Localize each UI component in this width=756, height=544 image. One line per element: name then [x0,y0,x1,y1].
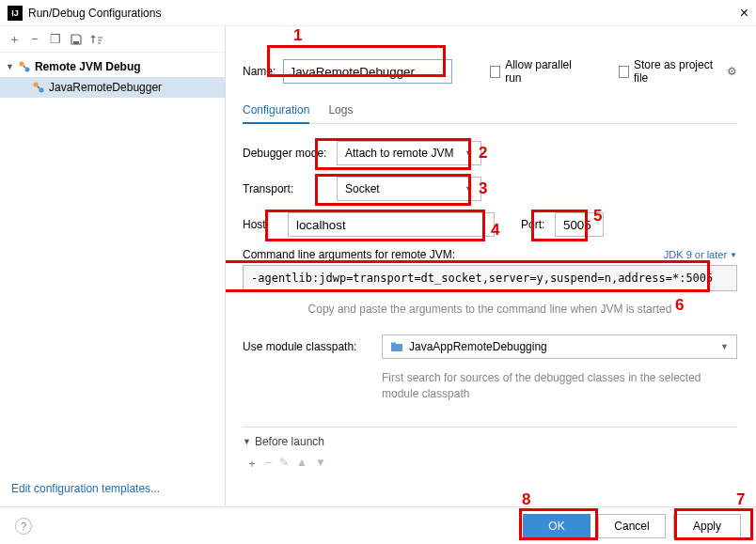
allow-parallel-label: Allow parallel run [505,58,580,85]
tab-configuration[interactable]: Configuration [243,98,309,124]
window-title: Run/Debug Configurations [28,7,740,20]
svg-point-4 [39,88,44,93]
store-as-file-checkbox[interactable] [619,66,629,78]
before-launch-toolbar: ＋ − ✎ ▲ ▼ [243,452,737,475]
main-panel: Name: Allow parallel run Store as projec… [226,26,756,506]
svg-rect-0 [73,41,79,44]
transport-label: Transport: [243,182,337,195]
cancel-button[interactable]: Cancel [598,514,666,538]
host-label: Host: [243,218,288,231]
debugger-mode-value: Attach to remote JVM [345,147,453,160]
remove-icon[interactable]: − [28,33,41,46]
tree-node-label: JavaRemoteDebugger [49,81,162,94]
cmdline-field[interactable]: -agentlib:jdwp=transport=dt_socket,serve… [243,265,737,291]
expand-icon[interactable]: ▼ [243,437,251,446]
tab-logs[interactable]: Logs [328,98,353,123]
svg-point-1 [19,62,24,67]
ok-button[interactable]: OK [523,514,591,538]
chevron-down-icon: ▼ [465,184,473,194]
add-icon[interactable]: ＋ [8,33,21,46]
sidebar-toolbar: ＋ − ❐ [0,26,225,53]
tree-node-label: Remote JVM Debug [35,60,141,73]
module-classpath-label: Use module classpath: [243,340,382,353]
tabs: Configuration Logs [243,98,737,124]
app-icon: IJ [8,6,23,21]
transport-value: Socket [345,182,380,195]
title-bar: IJ Run/Debug Configurations × [0,0,756,26]
debugger-mode-select[interactable]: Attach to remote JVM ▼ [337,141,481,165]
svg-rect-6 [391,343,396,346]
chevron-down-icon: ▼ [730,251,737,259]
copy-icon[interactable]: ❐ [49,33,62,46]
config-tree: ▼ Remote JVM Debug JavaRemoteDebugger [0,53,225,471]
port-input[interactable] [555,212,604,237]
close-icon[interactable]: × [740,5,748,22]
tree-node-remote-jvm[interactable]: ▼ Remote JVM Debug [0,56,225,77]
remove-icon: − [265,456,272,472]
cmdline-label: Command line arguments for remote JVM: [243,248,455,261]
before-launch-label: Before launch [255,435,324,448]
name-input[interactable] [283,59,452,84]
up-icon: ▲ [296,456,307,472]
edit-icon: ✎ [279,456,289,472]
down-icon: ▼ [315,456,326,472]
debugger-mode-label: Debugger mode: [243,147,337,160]
divider [243,427,737,427]
module-classpath-value: JavaAppRemoteDebugging [409,340,547,353]
annotation-num-1: 1 [293,26,302,45]
save-icon[interactable] [70,33,83,46]
gear-icon[interactable]: ⚙ [727,65,737,78]
dialog-footer: ? OK Cancel Apply [0,506,756,544]
expand-icon[interactable]: ▼ [6,62,14,71]
sidebar: ＋ − ❐ ▼ Remote JVM Debug Java [0,26,226,506]
svg-point-2 [24,68,29,72]
cmdline-hint: Copy and paste the arguments to the comm… [243,303,737,316]
remote-jvm-icon [18,60,31,73]
apply-button[interactable]: Apply [673,514,741,538]
sort-icon[interactable] [90,33,103,46]
help-icon[interactable]: ? [15,518,32,535]
module-classpath-select[interactable]: JavaAppRemoteDebugging ▼ [382,334,737,359]
tree-node-java-remote-debugger[interactable]: JavaRemoteDebugger [0,77,225,98]
svg-point-3 [34,83,39,87]
name-label: Name: [243,65,283,78]
chevron-down-icon: ▼ [465,148,473,158]
transport-select[interactable]: Socket ▼ [337,177,481,201]
edit-templates-link[interactable]: Edit configuration templates... [0,471,225,506]
module-classpath-hint: First search for sources of the debugged… [382,370,737,402]
module-folder-icon [390,340,403,353]
add-icon[interactable]: ＋ [246,456,258,472]
jdk-version-select[interactable]: JDK 9 or later ▼ [664,249,737,260]
svg-rect-5 [391,344,402,351]
chevron-down-icon: ▼ [720,342,729,351]
port-label: Port: [521,218,555,231]
host-input[interactable] [288,212,495,237]
allow-parallel-checkbox[interactable] [490,66,501,78]
store-as-file-label: Store as project file [634,58,717,85]
remote-jvm-icon [32,81,45,94]
